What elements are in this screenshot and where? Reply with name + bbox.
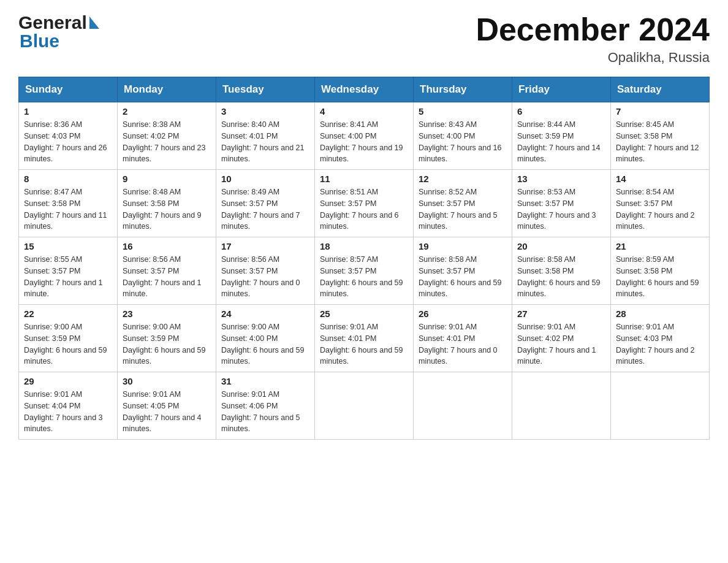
day-number: 19	[419, 241, 507, 251]
day-cell-31: 31Sunrise: 9:01 AMSunset: 4:06 PMDayligh…	[216, 372, 315, 440]
day-info: Sunrise: 9:01 AMSunset: 4:05 PMDaylight:…	[123, 389, 211, 435]
day-info: Sunrise: 9:01 AMSunset: 4:06 PMDaylight:…	[221, 389, 309, 435]
title-block: December 2024 Opalikha, Russia	[476, 12, 710, 66]
day-info: Sunrise: 8:58 AMSunset: 3:57 PMDaylight:…	[419, 254, 507, 300]
day-header-row: SundayMondayTuesdayWednesdayThursdayFrid…	[19, 77, 710, 102]
day-header-saturday: Saturday	[611, 77, 710, 102]
day-number: 9	[123, 174, 211, 184]
empty-cell	[414, 372, 512, 440]
day-cell-20: 20Sunrise: 8:58 AMSunset: 3:58 PMDayligh…	[512, 237, 611, 305]
day-cell-1: 1Sunrise: 8:36 AMSunset: 4:03 PMDaylight…	[19, 102, 118, 170]
day-number: 11	[320, 174, 408, 184]
day-cell-2: 2Sunrise: 8:38 AMSunset: 4:02 PMDaylight…	[118, 102, 216, 170]
day-info: Sunrise: 8:40 AMSunset: 4:01 PMDaylight:…	[221, 119, 309, 165]
day-info: Sunrise: 9:00 AMSunset: 3:59 PMDaylight:…	[24, 321, 112, 367]
day-number: 15	[24, 241, 112, 251]
day-cell-8: 8Sunrise: 8:47 AMSunset: 3:58 PMDaylight…	[19, 170, 118, 237]
day-info: Sunrise: 8:45 AMSunset: 3:58 PMDaylight:…	[616, 119, 704, 165]
day-cell-9: 9Sunrise: 8:48 AMSunset: 3:58 PMDaylight…	[118, 170, 216, 237]
month-title: December 2024	[476, 12, 710, 47]
day-number: 10	[221, 174, 309, 184]
day-info: Sunrise: 8:59 AMSunset: 3:58 PMDaylight:…	[616, 254, 704, 300]
day-number: 20	[517, 241, 605, 251]
day-number: 7	[616, 106, 704, 117]
day-number: 14	[616, 174, 704, 184]
day-number: 26	[419, 308, 507, 319]
logo-top-text: General	[18, 12, 99, 33]
day-cell-13: 13Sunrise: 8:53 AMSunset: 3:57 PMDayligh…	[512, 170, 611, 237]
day-info: Sunrise: 8:49 AMSunset: 3:57 PMDaylight:…	[221, 186, 309, 232]
day-header-thursday: Thursday	[414, 77, 512, 102]
day-number: 18	[320, 241, 408, 251]
day-cell-26: 26Sunrise: 9:01 AMSunset: 4:01 PMDayligh…	[414, 305, 512, 372]
day-cell-4: 4Sunrise: 8:41 AMSunset: 4:00 PMDaylight…	[315, 102, 414, 170]
day-header-monday: Monday	[118, 77, 216, 102]
day-number: 22	[24, 308, 112, 319]
day-cell-22: 22Sunrise: 9:00 AMSunset: 3:59 PMDayligh…	[19, 305, 118, 372]
day-info: Sunrise: 8:55 AMSunset: 3:57 PMDaylight:…	[24, 254, 112, 300]
day-info: Sunrise: 8:56 AMSunset: 3:57 PMDaylight:…	[221, 254, 309, 300]
day-number: 12	[419, 174, 507, 184]
day-number: 17	[221, 241, 309, 251]
week-row-3: 15Sunrise: 8:55 AMSunset: 3:57 PMDayligh…	[19, 237, 710, 305]
day-info: Sunrise: 9:01 AMSunset: 4:04 PMDaylight:…	[24, 389, 112, 435]
logo-general-text: General	[18, 12, 87, 33]
day-number: 2	[123, 106, 211, 117]
day-number: 31	[221, 376, 309, 386]
day-info: Sunrise: 8:53 AMSunset: 3:57 PMDaylight:…	[517, 186, 605, 232]
day-number: 1	[24, 106, 112, 117]
day-cell-15: 15Sunrise: 8:55 AMSunset: 3:57 PMDayligh…	[19, 237, 118, 305]
day-info: Sunrise: 8:51 AMSunset: 3:57 PMDaylight:…	[320, 186, 408, 232]
empty-cell	[315, 372, 414, 440]
empty-cell	[611, 372, 710, 440]
day-number: 21	[616, 241, 704, 251]
week-row-2: 8Sunrise: 8:47 AMSunset: 3:58 PMDaylight…	[19, 170, 710, 237]
day-number: 30	[123, 376, 211, 386]
day-cell-28: 28Sunrise: 9:01 AMSunset: 4:03 PMDayligh…	[611, 305, 710, 372]
day-info: Sunrise: 8:48 AMSunset: 3:58 PMDaylight:…	[123, 186, 211, 232]
day-cell-3: 3Sunrise: 8:40 AMSunset: 4:01 PMDaylight…	[216, 102, 315, 170]
day-info: Sunrise: 8:43 AMSunset: 4:00 PMDaylight:…	[419, 119, 507, 165]
day-info: Sunrise: 8:41 AMSunset: 4:00 PMDaylight:…	[320, 119, 408, 165]
day-info: Sunrise: 8:47 AMSunset: 3:58 PMDaylight:…	[24, 186, 112, 232]
day-number: 8	[24, 174, 112, 184]
day-cell-17: 17Sunrise: 8:56 AMSunset: 3:57 PMDayligh…	[216, 237, 315, 305]
day-cell-6: 6Sunrise: 8:44 AMSunset: 3:59 PMDaylight…	[512, 102, 611, 170]
day-cell-16: 16Sunrise: 8:56 AMSunset: 3:57 PMDayligh…	[118, 237, 216, 305]
day-info: Sunrise: 8:38 AMSunset: 4:02 PMDaylight:…	[123, 119, 211, 165]
calendar-table: SundayMondayTuesdayWednesdayThursdayFrid…	[18, 77, 710, 440]
day-number: 25	[320, 308, 408, 319]
day-info: Sunrise: 8:56 AMSunset: 3:57 PMDaylight:…	[123, 254, 211, 300]
week-row-1: 1Sunrise: 8:36 AMSunset: 4:03 PMDaylight…	[19, 102, 710, 170]
day-cell-24: 24Sunrise: 9:00 AMSunset: 4:00 PMDayligh…	[216, 305, 315, 372]
day-number: 29	[24, 376, 112, 386]
day-number: 4	[320, 106, 408, 117]
day-cell-12: 12Sunrise: 8:52 AMSunset: 3:57 PMDayligh…	[414, 170, 512, 237]
day-cell-11: 11Sunrise: 8:51 AMSunset: 3:57 PMDayligh…	[315, 170, 414, 237]
day-number: 28	[616, 308, 704, 319]
day-cell-23: 23Sunrise: 9:00 AMSunset: 3:59 PMDayligh…	[118, 305, 216, 372]
day-info: Sunrise: 8:44 AMSunset: 3:59 PMDaylight:…	[517, 119, 605, 165]
week-row-5: 29Sunrise: 9:01 AMSunset: 4:04 PMDayligh…	[19, 372, 710, 440]
day-header-tuesday: Tuesday	[216, 77, 315, 102]
day-number: 6	[517, 106, 605, 117]
day-cell-10: 10Sunrise: 8:49 AMSunset: 3:57 PMDayligh…	[216, 170, 315, 237]
day-number: 5	[419, 106, 507, 117]
day-cell-14: 14Sunrise: 8:54 AMSunset: 3:57 PMDayligh…	[611, 170, 710, 237]
location-text: Opalikha, Russia	[476, 50, 710, 66]
day-cell-27: 27Sunrise: 9:01 AMSunset: 4:02 PMDayligh…	[512, 305, 611, 372]
day-cell-7: 7Sunrise: 8:45 AMSunset: 3:58 PMDaylight…	[611, 102, 710, 170]
day-info: Sunrise: 9:01 AMSunset: 4:02 PMDaylight:…	[517, 321, 605, 367]
logo: General Blue	[18, 12, 99, 52]
day-cell-21: 21Sunrise: 8:59 AMSunset: 3:58 PMDayligh…	[611, 237, 710, 305]
day-number: 3	[221, 106, 309, 117]
day-cell-30: 30Sunrise: 9:01 AMSunset: 4:05 PMDayligh…	[118, 372, 216, 440]
day-cell-25: 25Sunrise: 9:01 AMSunset: 4:01 PMDayligh…	[315, 305, 414, 372]
day-info: Sunrise: 9:01 AMSunset: 4:03 PMDaylight:…	[616, 321, 704, 367]
day-cell-18: 18Sunrise: 8:57 AMSunset: 3:57 PMDayligh…	[315, 237, 414, 305]
day-number: 27	[517, 308, 605, 319]
day-info: Sunrise: 8:57 AMSunset: 3:57 PMDaylight:…	[320, 254, 408, 300]
logo-blue-text: Blue	[20, 31, 99, 52]
day-number: 24	[221, 308, 309, 319]
day-info: Sunrise: 8:36 AMSunset: 4:03 PMDaylight:…	[24, 119, 112, 165]
